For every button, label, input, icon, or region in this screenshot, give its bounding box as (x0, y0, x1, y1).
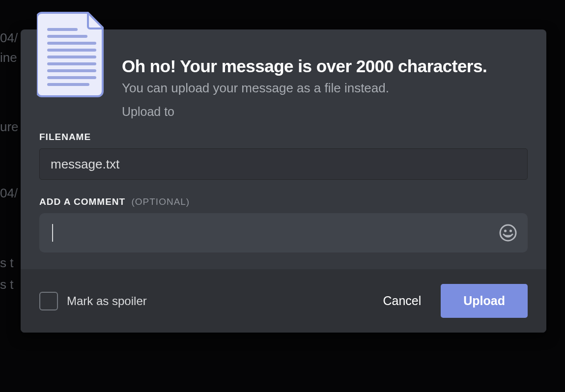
modal-subtitle: You can upload your message as a file in… (122, 81, 528, 96)
mark-as-spoiler-toggle[interactable]: Mark as spoiler (39, 292, 147, 310)
upload-destination-label: Upload to (122, 105, 528, 119)
spoiler-checkbox[interactable] (39, 292, 58, 310)
svg-point-9 (500, 225, 516, 241)
background-text: 04/ (0, 30, 18, 46)
comment-label: ADD A COMMENT (OPTIONAL) (39, 196, 528, 207)
emoji-picker-button[interactable] (498, 223, 518, 243)
modal-footer: Mark as spoiler Cancel Upload (21, 269, 546, 333)
filename-label: FILENAME (39, 132, 528, 142)
comment-label-text: ADD A COMMENT (39, 196, 125, 207)
comment-input[interactable] (39, 213, 528, 252)
document-file-icon (37, 10, 108, 98)
spoiler-label: Mark as spoiler (67, 294, 147, 308)
background-text: s t (0, 255, 13, 271)
background-text: 04/ (0, 186, 18, 201)
background-text: ure (0, 119, 19, 135)
comment-optional-hint: (OPTIONAL) (131, 196, 190, 207)
emoji-picker-icon (499, 224, 517, 242)
modal-title: Oh no! Your message is over 2000 charact… (122, 56, 528, 77)
svg-point-10 (504, 229, 507, 232)
upload-button[interactable]: Upload (441, 284, 528, 318)
cancel-button[interactable]: Cancel (380, 285, 424, 317)
upload-as-file-modal: Oh no! Your message is over 2000 charact… (21, 29, 546, 333)
filename-input[interactable] (39, 148, 528, 180)
background-text: ine (0, 50, 17, 65)
background-text: s t (0, 277, 13, 292)
svg-point-11 (509, 229, 512, 232)
